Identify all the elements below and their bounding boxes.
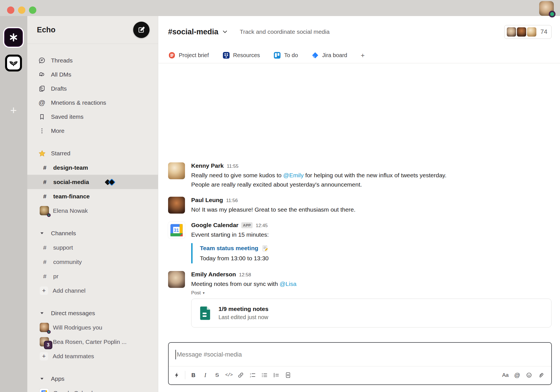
starred-section-header[interactable]: Starred — [27, 146, 158, 160]
main-panel: #social-media Track and coordinate socia… — [159, 16, 560, 392]
dms-section-header[interactable]: Direct messages — [27, 306, 158, 320]
text-formatting-button[interactable]: Aa — [499, 369, 511, 381]
message-author[interactable]: Kenny Park — [191, 162, 224, 169]
avatar[interactable] — [168, 271, 185, 288]
calendar-event-block: Team status meeting Today from 13:00 to … — [191, 243, 552, 263]
sidebar-channel-community[interactable]: # community — [27, 255, 158, 269]
sidebar-channel-team-finance[interactable]: # team-finance — [27, 189, 158, 203]
post-type-label[interactable]: Post▼ — [191, 290, 552, 296]
add-teammates-label: Add teammates — [53, 353, 94, 360]
sidebar-dm-elena-nowak[interactable]: Elena Nowak — [27, 203, 158, 218]
link-button[interactable] — [235, 369, 247, 381]
composer-toolbar: B I S </> 1 2 — [169, 366, 551, 384]
sidebar-dm-group-bea-carter[interactable]: 3 Bea Rosen, Carter Poplin ... — [27, 335, 158, 349]
italic-button[interactable]: I — [199, 369, 211, 381]
sidebar-item-more[interactable]: More — [27, 124, 158, 138]
channel-members-button[interactable]: 74 — [504, 25, 552, 39]
bookmark-resources[interactable]: Resources — [222, 51, 260, 59]
workspace-header: Echo — [27, 16, 158, 44]
workspace-name[interactable]: Echo — [37, 26, 133, 34]
plus-icon: + — [40, 286, 48, 295]
event-title-link[interactable]: Team status meeting — [200, 243, 258, 253]
code-button[interactable]: </> — [223, 369, 235, 381]
close-window-button[interactable] — [7, 6, 14, 14]
avatar — [517, 27, 526, 37]
emoji-button[interactable] — [523, 369, 535, 381]
sidebar-item-mentions[interactable]: @ Mnetions & reactions — [27, 96, 158, 110]
add-channel-label: Add channel — [53, 287, 86, 294]
message-author[interactable]: Paul Leung — [191, 197, 223, 203]
hash-icon: # — [41, 164, 49, 171]
channel-label: social-media — [53, 179, 89, 185]
channel-label: support — [53, 244, 73, 251]
caret-down-icon: ▼ — [202, 291, 205, 295]
sidebar-item-label: Threads — [51, 57, 73, 64]
asterisk-logo-icon — [9, 33, 18, 42]
avatar[interactable] — [168, 197, 185, 214]
blockquote-button[interactable] — [270, 369, 282, 381]
sidebar-channel-pr[interactable]: # pr — [27, 269, 158, 283]
message-text: Evvent starting in 15 minutes: — [191, 230, 552, 239]
mention-button[interactable]: @ — [511, 369, 523, 381]
channel-title[interactable]: #social-media — [168, 28, 218, 36]
channel-description[interactable]: Track and coordinate social media — [240, 28, 504, 35]
zoom-window-button[interactable] — [29, 6, 36, 14]
chevron-down-icon[interactable] — [222, 30, 227, 33]
attach-file-button[interactable] — [535, 369, 547, 381]
add-bookmark-button[interactable]: + — [361, 51, 365, 59]
mention-lisa[interactable]: @Lisa — [280, 281, 296, 287]
avatar[interactable] — [168, 162, 185, 179]
add-channel-button[interactable]: + Add channel — [27, 283, 158, 298]
bold-button[interactable]: B — [188, 369, 199, 381]
presence-indicator — [47, 330, 51, 334]
channels-section: Channels # support # community # pr + Ad… — [27, 226, 158, 298]
apps-section-header[interactable]: Apps — [27, 372, 158, 386]
shortcuts-lightning-button[interactable] — [171, 369, 183, 381]
svg-text:1: 1 — [250, 373, 251, 375]
add-workspace-button[interactable]: + — [5, 102, 22, 119]
message-author[interactable]: Emily Anderson — [191, 271, 236, 278]
bullet-list-button[interactable] — [258, 369, 270, 381]
message-paul-leung: Paul Leung 11:56 No! It was my pleasure!… — [168, 197, 552, 214]
hash-icon: # — [41, 259, 49, 265]
sidebar-channel-social-media[interactable]: # social-media — [27, 175, 158, 189]
workspace-echo-button[interactable] — [5, 29, 22, 46]
google-calendar-app-icon[interactable]: 31 — [168, 222, 185, 239]
channel-header: #social-media Track and coordinate socia… — [159, 16, 560, 48]
user-avatar[interactable] — [539, 1, 554, 16]
sidebar-channel-support[interactable]: # support — [27, 240, 158, 255]
message-timestamp[interactable]: 11:55 — [227, 163, 238, 169]
channel-label: community — [53, 259, 82, 265]
message-timestamp[interactable]: 12:58 — [239, 272, 251, 278]
attachment-subtitle: Last edited just now — [218, 314, 268, 321]
add-teammates-button[interactable]: + Add teammates — [27, 349, 158, 363]
message-input[interactable]: Message #social-media — [169, 343, 551, 366]
chevron-down-icon — [37, 377, 46, 381]
sidebar-dm-will-rodrigues[interactable]: Will Rodrigues you — [27, 320, 158, 335]
message-author[interactable]: Google Calendar — [191, 222, 238, 229]
hash-icon: # — [41, 244, 49, 251]
sidebar-channel-design-team[interactable]: # design-team — [27, 160, 158, 175]
bookmark-to-do[interactable]: To do — [273, 51, 298, 59]
sidebar-app-google-calendar[interactable]: 31 Google Calendar — [27, 386, 158, 392]
document-icon — [199, 306, 211, 321]
message-timestamp[interactable]: 11:56 — [226, 198, 238, 203]
code-block-button[interactable] — [282, 369, 294, 381]
channels-section-header[interactable]: Channels — [27, 226, 158, 240]
post-attachment-card[interactable]: 1/9 meeting notes Last edited just now — [191, 299, 552, 328]
hash-icon: # — [41, 273, 49, 280]
minimize-window-button[interactable] — [18, 6, 25, 14]
sidebar-item-all-dms[interactable]: All DMs — [27, 68, 158, 82]
sidebar-item-saved[interactable]: Saved items — [27, 110, 158, 124]
bookmark-project-brief[interactable]: Project brief — [168, 51, 209, 59]
sidebar-item-threads[interactable]: Threads — [27, 53, 158, 68]
message-timestamp[interactable]: 12:45 — [256, 223, 268, 229]
sidebar-item-drafts[interactable]: Drafts — [27, 82, 158, 96]
compose-button[interactable] — [133, 22, 150, 38]
mention-emily[interactable]: @Emily — [283, 172, 304, 178]
ordered-list-button[interactable]: 1 2 — [247, 369, 258, 381]
strikethrough-button[interactable]: S — [211, 369, 223, 381]
bookmark-jira-board[interactable]: Jira board — [311, 51, 347, 59]
bookmark-label: To do — [284, 52, 298, 59]
workspace-antler-button[interactable] — [5, 55, 22, 71]
